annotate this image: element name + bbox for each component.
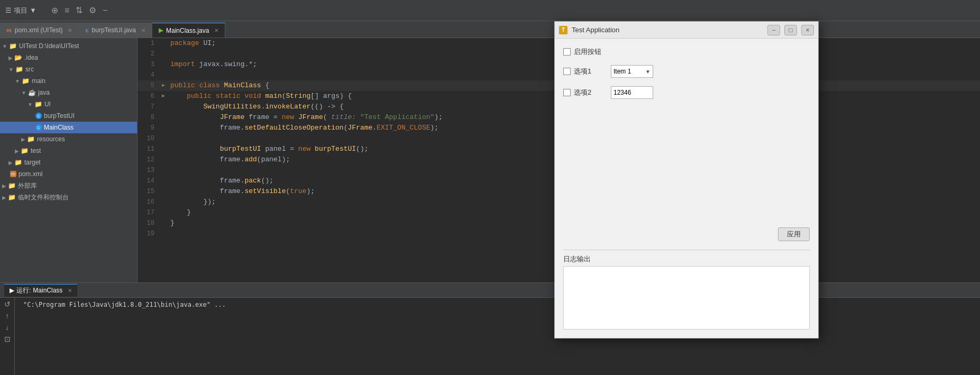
bottom-tab-run[interactable]: ▶ 运行: MainClass ✕ bbox=[4, 284, 77, 297]
restart-icon[interactable]: ↺ bbox=[4, 300, 11, 308]
option1-checkbox[interactable] bbox=[563, 68, 571, 75]
float-app-icon: T bbox=[559, 26, 567, 34]
tab-close-pom[interactable]: ✕ bbox=[68, 28, 72, 33]
folder-icon-src: 📁 bbox=[15, 66, 23, 73]
sidebar-item-temp[interactable]: ▶ 📁 临时文件和控制台 bbox=[0, 191, 137, 203]
tab-label-main: MainClass.java bbox=[166, 27, 209, 34]
sidebar-item-external[interactable]: ▶ 📁 外部库 bbox=[0, 180, 137, 191]
sidebar-label-target: target bbox=[24, 159, 41, 166]
sidebar-item-main[interactable]: ▼ 📁 main bbox=[0, 75, 137, 87]
sidebar-item-uitest[interactable]: ▼ 📁 UITest D:\Idea\UITest bbox=[0, 40, 137, 52]
log-label: 日志输出 bbox=[563, 254, 810, 264]
tab-pom[interactable]: m pom.xml (UITest) ✕ bbox=[0, 23, 79, 38]
sidebar-label-ui: UI bbox=[44, 100, 51, 108]
sidebar-item-target[interactable]: ▶ 📁 target bbox=[0, 157, 137, 168]
arrow-external: ▶ bbox=[2, 183, 6, 189]
sidebar-item-src[interactable]: ▼ 📁 src bbox=[0, 63, 137, 75]
sidebar-item-burptestui[interactable]: c burpTestUI bbox=[0, 110, 137, 122]
pom-icon: m bbox=[10, 171, 16, 177]
project-icon: ☰ bbox=[5, 6, 12, 14]
run-output: "C:\Program Files\Java\jdk1.8.0_211\bin\… bbox=[19, 298, 980, 375]
tab-burp[interactable]: c burpTestUI.java ✕ bbox=[79, 23, 152, 38]
run-arrow-6[interactable]: ▶ bbox=[159, 91, 168, 102]
combo-arrow: ▼ bbox=[645, 69, 651, 75]
enable-btn-checkbox-label[interactable]: 启用按钮 bbox=[563, 47, 606, 57]
arrow-main: ▼ bbox=[15, 78, 20, 84]
run-content-area: ↺ ↑ ↓ ⊡ "C:\Program Files\Java\jdk1.8.0_… bbox=[0, 298, 980, 375]
run-icon-col: ↺ ↑ ↓ ⊡ bbox=[0, 298, 15, 375]
option2-checkbox[interactable] bbox=[563, 89, 571, 96]
sidebar-label-java: java bbox=[38, 89, 50, 96]
run-arrow-5[interactable]: ▶ bbox=[159, 80, 168, 91]
arrow-resources: ▶ bbox=[21, 136, 25, 142]
folder-icon-main: 📁 bbox=[22, 77, 30, 85]
tab-close-burp[interactable]: ✕ bbox=[141, 28, 145, 33]
stop-icon[interactable]: ⊡ bbox=[4, 335, 11, 343]
float-minimize-btn[interactable]: − bbox=[767, 25, 780, 35]
project-label: 项目 bbox=[14, 6, 28, 15]
scroll-up-icon[interactable]: ↑ bbox=[5, 312, 9, 320]
run-class-label: MainClass bbox=[33, 287, 62, 294]
sidebar-label-uitest: UITest D:\Idea\UITest bbox=[19, 42, 79, 50]
spacer bbox=[563, 107, 810, 219]
sidebar-label-src: src bbox=[25, 66, 34, 73]
enable-btn-row: 启用按钮 bbox=[563, 47, 810, 57]
option2-checkbox-label[interactable]: 选项2 bbox=[563, 88, 606, 97]
option1-checkbox-label[interactable]: 选项1 bbox=[563, 67, 606, 76]
sidebar-label-mainclass: MainClass bbox=[44, 124, 74, 131]
sidebar-label-pomxml: pom.xml bbox=[19, 170, 42, 178]
log-area[interactable] bbox=[563, 266, 810, 330]
option2-textfield[interactable]: 12346 bbox=[611, 86, 653, 99]
float-maximize-btn[interactable]: □ bbox=[784, 25, 797, 35]
list-icon[interactable]: ≡ bbox=[65, 6, 69, 15]
tab-label-burp: burpTestUI.java bbox=[92, 26, 136, 34]
class-icon-mainclass: c bbox=[35, 124, 42, 131]
tab-main[interactable]: ▶ MainClass.java ✕ bbox=[152, 23, 225, 38]
gear-icon[interactable]: ⚙ bbox=[89, 5, 96, 15]
sidebar-item-mainclass[interactable]: c MainClass bbox=[0, 122, 137, 133]
project-dropdown-arrow: ▼ bbox=[30, 6, 36, 14]
option1-label: 选项1 bbox=[574, 67, 591, 76]
tab-icon-burp: c bbox=[85, 27, 88, 33]
sidebar-label-external: 外部库 bbox=[18, 181, 37, 190]
combo-value: Item 1 bbox=[613, 68, 631, 75]
sidebar-item-java[interactable]: ▼ ☕ java bbox=[0, 87, 137, 98]
sidebar: ▼ 📁 UITest D:\Idea\UITest ▶ 📂 .idea ▼ 📁 … bbox=[0, 38, 138, 282]
folder-icon-uitest: 📁 bbox=[9, 42, 17, 50]
run-close[interactable]: ✕ bbox=[68, 288, 72, 294]
split-icon[interactable]: ⇅ bbox=[76, 5, 83, 15]
apply-btn-container: 应用 bbox=[563, 227, 810, 241]
tab-close-main[interactable]: ✕ bbox=[214, 28, 218, 33]
log-section: 日志输出 bbox=[563, 250, 810, 330]
tabs-bar: m pom.xml (UITest) ✕ c burpTestUI.java ✕… bbox=[0, 21, 980, 38]
sidebar-item-resources[interactable]: ▶ 📁 resources bbox=[0, 133, 137, 145]
sidebar-item-test[interactable]: ▶ 📁 test bbox=[0, 145, 137, 157]
bottom-tabs: ▶ 运行: MainClass ✕ bbox=[0, 283, 980, 298]
tab-label-pom: pom.xml (UITest) bbox=[15, 26, 63, 34]
text-field-value: 12346 bbox=[613, 89, 631, 96]
sidebar-label-test: test bbox=[31, 147, 41, 154]
float-body: 启用按钮 选项1 Item 1 ▼ 选项2 12346 bbox=[555, 39, 818, 338]
tab-icon-pom: m bbox=[6, 27, 12, 33]
run-label: 运行: bbox=[16, 286, 31, 295]
float-close-btn[interactable]: × bbox=[801, 25, 814, 35]
arrow-idea: ▶ bbox=[8, 55, 13, 61]
sidebar-item-idea[interactable]: ▶ 📂 .idea bbox=[0, 52, 137, 63]
add-icon[interactable]: ⊕ bbox=[51, 5, 58, 15]
folder-icon-target: 📁 bbox=[14, 159, 22, 166]
sidebar-item-pomxml[interactable]: m pom.xml bbox=[0, 168, 137, 180]
sidebar-label-temp: 临时文件和控制台 bbox=[18, 193, 69, 202]
enable-btn-label: 启用按钮 bbox=[574, 47, 601, 57]
class-icon-burptestui: c bbox=[35, 113, 42, 119]
run-command-text: "C:\Program Files\Java\jdk1.8.0_211\bin\… bbox=[23, 301, 226, 308]
enable-btn-checkbox[interactable] bbox=[563, 48, 571, 56]
apply-button[interactable]: 应用 bbox=[778, 227, 810, 241]
sidebar-label-burptestui: burpTestUI bbox=[44, 112, 75, 120]
sidebar-item-ui[interactable]: ▼ 📁 UI bbox=[0, 98, 137, 110]
toolbar-icons: ⊕ ≡ ⇅ ⚙ − bbox=[51, 5, 108, 15]
project-menu[interactable]: ☰ 项目 ▼ bbox=[5, 6, 36, 15]
minus-icon[interactable]: − bbox=[103, 6, 107, 15]
option1-combobox[interactable]: Item 1 ▼ bbox=[611, 65, 653, 78]
arrow-java: ▼ bbox=[21, 90, 26, 96]
scroll-down-icon[interactable]: ↓ bbox=[5, 323, 9, 332]
